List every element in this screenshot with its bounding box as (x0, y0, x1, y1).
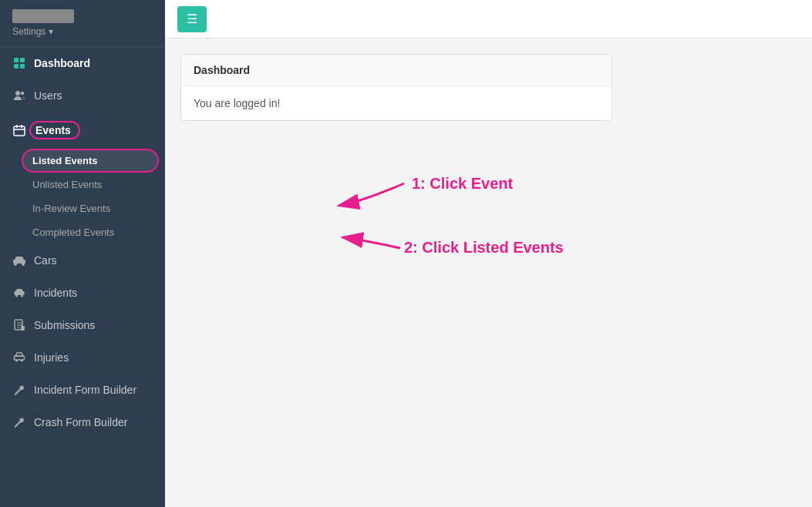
sidebar-item-crash-form-builder[interactable]: Crash Form Builder (0, 406, 165, 438)
dashboard-logged-in-msg: You are logged in! (194, 97, 280, 109)
arrow1-path (339, 183, 404, 206)
car-icon (12, 254, 26, 267)
svg-point-4 (15, 91, 20, 96)
svg-point-11 (15, 295, 18, 297)
sidebar-item-cars[interactable]: Cars (0, 244, 165, 277)
sidebar-subitem-in-review-events[interactable]: In-Review Events (0, 196, 165, 220)
svg-point-16 (15, 360, 18, 362)
sidebar-item-label-users: Users (34, 89, 62, 102)
settings-link[interactable]: Settings ▾ (12, 26, 153, 37)
dashboard-card-header: Dashboard (181, 55, 612, 86)
svg-point-9 (22, 263, 25, 266)
annotation-step2: 2: Click Listed Events (404, 239, 564, 256)
sidebar-item-label-incident-form-builder: Incident Form Builder (34, 384, 136, 396)
sidebar-item-label-incidents: Incidents (34, 287, 77, 299)
svg-point-17 (21, 360, 23, 362)
incidents-icon (12, 286, 26, 300)
events-icon (12, 123, 26, 137)
dashboard-card-body: You are logged in! (181, 86, 612, 120)
svg-point-5 (21, 92, 24, 95)
dashboard-card: Dashboard You are logged in! (180, 54, 612, 121)
brand-bar (12, 9, 74, 23)
sidebar-item-incident-form-builder[interactable]: Incident Form Builder (0, 374, 165, 406)
content-area: Dashboard You are logged in! 1: Click Ev… (165, 39, 812, 507)
sidebar-item-label-cars: Cars (34, 254, 57, 267)
wrench2-icon (12, 415, 26, 429)
menu-toggle-button[interactable]: ☰ (177, 6, 207, 32)
dashboard-title: Dashboard (194, 64, 250, 76)
sidebar-subitem-label-listed-events: Listed Events (32, 155, 98, 166)
svg-point-12 (21, 295, 23, 297)
grid-icon (12, 56, 26, 70)
sidebar: Settings ▾ Dashboard (0, 0, 165, 507)
svg-rect-10 (15, 291, 25, 295)
svg-rect-3 (20, 64, 25, 69)
sidebar-item-dashboard[interactable]: Dashboard (0, 47, 165, 79)
svg-rect-6 (14, 126, 25, 136)
sidebar-item-users[interactable]: Users (0, 79, 165, 112)
sidebar-nav: Dashboard Users Events (0, 47, 165, 507)
svg-point-8 (14, 263, 17, 266)
sidebar-subitem-unlisted-events[interactable]: Unlisted Events (0, 173, 165, 196)
sidebar-item-injuries[interactable]: Injuries (0, 341, 165, 374)
sidebar-item-events[interactable]: Events (0, 112, 165, 149)
wrench-icon (12, 383, 26, 397)
sidebar-subitem-listed-events[interactable]: Listed Events (22, 149, 159, 173)
sidebar-subitem-label-completed-events: Completed Events (32, 227, 114, 238)
sidebar-header: Settings ▾ (0, 0, 165, 47)
users-icon (12, 89, 26, 102)
settings-label: Settings (12, 26, 45, 37)
svg-rect-1 (20, 58, 25, 62)
sidebar-subitem-completed-events[interactable]: Completed Events (0, 220, 165, 244)
svg-rect-2 (14, 64, 19, 69)
svg-rect-14 (21, 326, 25, 331)
svg-rect-15 (15, 356, 25, 360)
submissions-icon (12, 318, 26, 332)
chevron-down-icon: ▾ (49, 26, 53, 37)
sidebar-subitem-label-in-review-events: In-Review Events (32, 203, 110, 214)
sidebar-item-label-submissions: Submissions (34, 319, 95, 331)
sidebar-item-label-events: Events (29, 121, 80, 139)
arrow2-path (342, 237, 400, 248)
sidebar-item-label-injuries: Injuries (34, 351, 69, 364)
topbar: ☰ (165, 0, 812, 39)
sidebar-subitem-label-unlisted-events: Unlisted Events (32, 179, 102, 190)
main-content: ☰ Dashboard You are logged in! 1: Click … (165, 0, 812, 507)
sidebar-item-label-dashboard: Dashboard (34, 57, 90, 69)
svg-rect-0 (14, 58, 19, 62)
annotation-step1: 1: Click Event (412, 175, 514, 192)
injuries-icon (12, 351, 26, 364)
hamburger-icon: ☰ (187, 12, 197, 26)
sidebar-item-submissions[interactable]: Submissions (0, 309, 165, 341)
sidebar-item-incidents[interactable]: Incidents (0, 277, 165, 309)
sidebar-item-label-crash-form-builder: Crash Form Builder (34, 416, 127, 428)
